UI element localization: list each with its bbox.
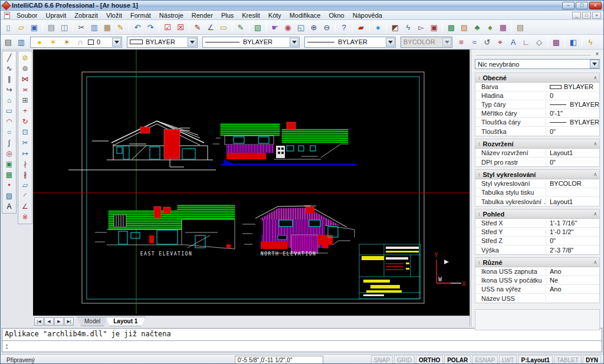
entity-select-icon[interactable]: ⌖: [494, 37, 506, 48]
erase-icon[interactable]: ⊘: [18, 53, 32, 63]
extend-icon[interactable]: ↦: [18, 148, 32, 159]
animation-icon[interactable]: ◩: [389, 22, 401, 33]
prop-row-ikona-uss-pocatek[interactable]: Ikona USS v počátku Ne: [475, 276, 599, 285]
fillet-icon[interactable]: ◜: [18, 191, 32, 201]
properties-window-icon[interactable]: ◧: [567, 37, 579, 48]
tab-model[interactable]: Model: [77, 317, 108, 326]
toggle-polar[interactable]: POLAR: [444, 355, 471, 364]
menu-k-ty[interactable]: Kóty: [264, 11, 285, 19]
help-icon[interactable]: ?: [338, 22, 350, 33]
batch-plot-icon[interactable]: ☒: [175, 22, 186, 33]
edit-polyline-icon[interactable]: ▱: [18, 180, 32, 191]
copy-entity-icon[interactable]: ⊚: [18, 63, 32, 74]
landscape-edit-icon[interactable]: ♠: [484, 22, 496, 33]
prop-row-dpi[interactable]: DPI pro rastr 0": [475, 158, 599, 166]
selection-combo[interactable]: Nic nevybráno: [475, 59, 600, 69]
east-elevation-drawing[interactable]: EAST ELEVATION: [95, 205, 235, 257]
background-icon[interactable]: ▨: [458, 22, 470, 33]
west-elevation-drawing[interactable]: [213, 122, 356, 165]
rotate-icon[interactable]: ↻: [18, 116, 32, 127]
prop-row-uss-vyrez[interactable]: USS na výřez Ano: [475, 285, 599, 294]
color-combo-arrow-icon[interactable]: [188, 38, 196, 47]
polygon-icon[interactable]: ⌂: [2, 95, 17, 106]
menu-kreslit[interactable]: Kreslit: [238, 11, 264, 19]
make-block-icon[interactable]: ▩: [2, 169, 17, 180]
chamfer-icon[interactable]: ∠: [18, 201, 32, 212]
entity-snap-icon[interactable]: ✎: [192, 22, 203, 33]
prop-row-barva[interactable]: Barva BYLAYER: [475, 83, 599, 91]
explore-layers-icon[interactable]: ≡: [455, 37, 467, 48]
toggle-esnap[interactable]: ESNAP: [472, 355, 498, 364]
line-icon[interactable]: ╱: [2, 53, 17, 63]
tab-next-button[interactable]: ▶: [54, 317, 64, 326]
print-icon[interactable]: ▤: [45, 22, 57, 33]
pan-icon[interactable]: ☛: [269, 22, 281, 33]
layer-thaw-sun-icon[interactable]: ☀: [47, 37, 59, 48]
named-views-icon[interactable]: ◇: [533, 37, 545, 48]
cut-icon[interactable]: ✂: [76, 22, 87, 33]
prop-row-ikona-uss-zapnuta[interactable]: Ikona USS zapnuta Ano: [475, 267, 599, 276]
prop-row-tabulka-vykreslovani[interactable]: Tabulka vykreslování ... Layout1: [475, 197, 599, 206]
scenes-icon[interactable]: ▣: [428, 22, 440, 33]
entity-properties-icon[interactable]: ϟ: [585, 37, 596, 48]
mirror-icon[interactable]: ⋈: [18, 74, 32, 84]
section-header-ruzne[interactable]: ↕ Různé ∧: [475, 258, 599, 267]
regen-view-icon[interactable]: ↺: [481, 37, 493, 48]
explode-icon[interactable]: ※: [18, 212, 32, 222]
close-button[interactable]: ×: [589, 2, 602, 9]
menu-soubor[interactable]: Soubor: [12, 11, 41, 19]
layer-previous-icon[interactable]: ▥: [15, 37, 27, 48]
prop-row-meritko-cary[interactable]: Měřítko čáry 0'-1": [475, 109, 599, 118]
menu-form-t[interactable]: Formát: [126, 11, 155, 19]
menu-n-stroje[interactable]: Nástroje: [155, 11, 188, 19]
toggle-snap[interactable]: SNAP: [371, 355, 393, 364]
color-combo[interactable]: BYLAYER: [127, 37, 198, 48]
section-collapse-icon[interactable]: ∧: [593, 141, 597, 146]
array-icon[interactable]: ⊞: [18, 95, 32, 106]
polyline-icon[interactable]: ∿: [2, 63, 17, 74]
circle-icon[interactable]: ○: [2, 127, 17, 137]
drawing-canvas[interactable]: EAST ELEVATION: [33, 50, 470, 316]
ucs-settings-icon[interactable]: ∟: [520, 37, 532, 48]
lights-icon[interactable]: ϟ: [402, 22, 414, 33]
arc-icon[interactable]: ◠: [2, 116, 17, 127]
hatch-icon[interactable]: ▨: [2, 191, 17, 201]
menu-vlo-it[interactable]: Vložit: [102, 11, 126, 19]
title-block[interactable]: [359, 244, 421, 299]
toggle-ortho[interactable]: ORTHO: [416, 355, 443, 364]
new-file-icon[interactable]: ▯: [2, 22, 14, 33]
text-icon[interactable]: A: [2, 201, 17, 212]
lineweight-combo-arrow-icon[interactable]: [386, 38, 395, 47]
format-painter-icon[interactable]: ✎: [114, 22, 126, 33]
drawing-settings-icon[interactable]: ▭: [218, 22, 229, 33]
tree-icon[interactable]: ♣: [471, 22, 483, 33]
insert-block-icon[interactable]: ▣: [2, 159, 17, 169]
layer-freeze-sun-icon[interactable]: ☀: [61, 37, 73, 48]
linetype-combo-arrow-icon[interactable]: [290, 38, 298, 47]
viewport-border[interactable]: [87, 77, 419, 299]
match-properties-icon[interactable]: ✎: [235, 22, 247, 33]
section-header-styl[interactable]: ↕ Styl vykreslování ∧: [475, 170, 599, 179]
prop-row-stred-y[interactable]: Střed Y 1'-0 1/2": [475, 228, 599, 237]
section-collapse-icon[interactable]: ∧: [593, 211, 597, 217]
paste-icon[interactable]: ▦: [101, 22, 113, 33]
scale-icon[interactable]: ⊡: [18, 127, 32, 137]
command-history[interactable]: Aplikace "archlib4m.dll" je již načtena: [2, 329, 602, 341]
south-elevation-drawing[interactable]: [68, 121, 216, 170]
ellipse-icon[interactable]: ◎: [2, 148, 17, 159]
linetype-combo[interactable]: BYLAYER: [202, 37, 300, 48]
break-icon[interactable]: ∤: [18, 159, 32, 169]
undo-icon[interactable]: ↶: [132, 22, 143, 33]
toggle-grid[interactable]: GRID: [394, 355, 415, 364]
mdi-close-button[interactable]: ×: [592, 12, 601, 19]
toggle-p-layout1[interactable]: P:Layout1: [518, 355, 552, 364]
trim-icon[interactable]: ✂: [18, 137, 32, 148]
layer-combo[interactable]: ●☀☀∩ 0: [30, 37, 122, 48]
prop-row-nazev-uss[interactable]: Název USS: [475, 294, 599, 303]
layer-on-bulb-icon[interactable]: ●: [34, 37, 45, 48]
select-light-icon[interactable]: ▻: [415, 22, 427, 33]
copy-icon[interactable]: ▥: [88, 22, 100, 33]
panel-grip[interactable]: [476, 54, 591, 55]
zoom-window-icon[interactable]: ◱: [295, 22, 307, 33]
section-collapse-icon[interactable]: ∧: [593, 75, 597, 80]
